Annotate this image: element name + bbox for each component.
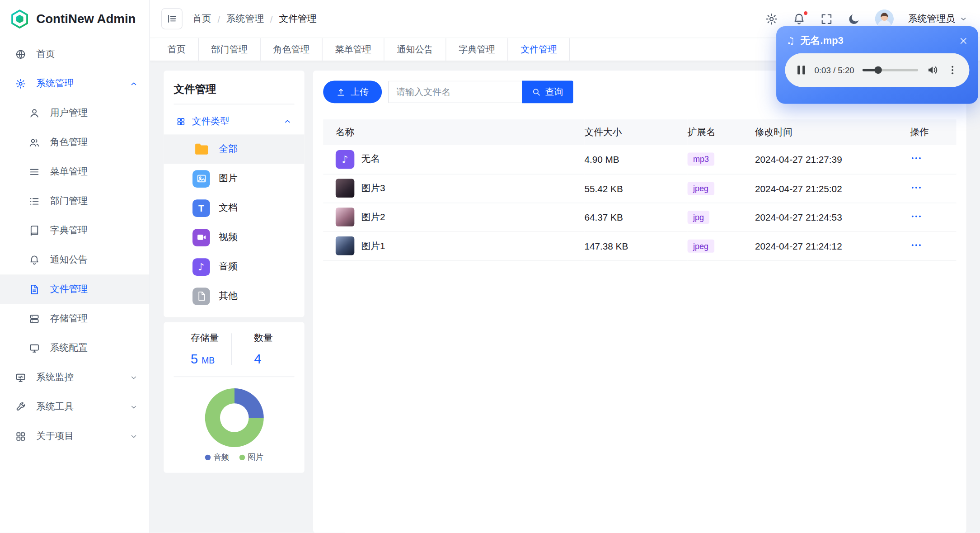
- breadcrumb-item[interactable]: 系统管理: [226, 13, 264, 24]
- breadcrumb: 首页/系统管理/文件管理: [192, 13, 316, 24]
- extension-cell: jpeg: [688, 174, 755, 203]
- app-logo[interactable]: ContiNew Admin: [0, 0, 150, 38]
- sidebar-menu: 首页系统管理用户管理角色管理菜单管理部门管理字典管理通知公告文件管理存储管理系统…: [0, 38, 150, 533]
- users-icon: [29, 137, 40, 148]
- fullscreen-icon[interactable]: [820, 12, 833, 25]
- sidebar: ContiNew Admin 首页系统管理用户管理角色管理菜单管理部门管理字典管…: [0, 0, 150, 533]
- seek-thumb[interactable]: [874, 66, 882, 74]
- file-type-视频[interactable]: 视频: [164, 222, 304, 252]
- breadcrumb-separator: /: [217, 14, 220, 24]
- content: 文件管理 文件类型 全部图片T文档视频♪音频其他 存储量 5: [150, 61, 980, 533]
- desktop-icon: [29, 342, 40, 354]
- table-row[interactable]: 图片1147.38 KBjpeg2024-04-27 21:24:12: [323, 231, 956, 260]
- music-icon: ♪: [192, 258, 210, 276]
- pause-button[interactable]: [796, 64, 806, 75]
- table-row[interactable]: ♪无名4.90 MBmp32024-04-27 21:27:39: [323, 145, 956, 174]
- tab-部门管理[interactable]: 部门管理: [199, 38, 261, 61]
- legend-dot: [239, 455, 244, 460]
- sidebar-item-系统工具[interactable]: 系统工具: [0, 392, 150, 421]
- divider: [174, 377, 295, 377]
- column-header-名称: 名称: [323, 119, 584, 145]
- book-icon: [29, 225, 40, 236]
- sidebar-item-label: 菜单管理: [50, 166, 138, 178]
- sidebar-item-label: 通知公告: [50, 254, 138, 266]
- app-title: ContiNew Admin: [36, 12, 136, 26]
- sidebar-item-label: 文件管理: [50, 283, 138, 295]
- sidebar-item-部门管理[interactable]: 部门管理: [0, 186, 150, 216]
- sidebar-item-存储管理[interactable]: 存储管理: [0, 304, 150, 333]
- seek-slider[interactable]: [863, 69, 918, 71]
- player-close-icon[interactable]: [959, 36, 968, 46]
- user-menu[interactable]: 系统管理员: [908, 13, 967, 24]
- file-icon: [29, 283, 40, 295]
- file-type-音频[interactable]: ♪音频: [164, 252, 304, 281]
- sidebar-item-菜单管理[interactable]: 菜单管理: [0, 157, 150, 186]
- chevron-down-icon: [129, 402, 138, 411]
- file-type-label: 其他: [219, 290, 237, 302]
- extension-cell: jpg: [688, 203, 755, 231]
- collapse-sidebar-button[interactable]: [161, 8, 183, 29]
- row-actions-button[interactable]: [910, 181, 923, 193]
- chart-area: [174, 386, 295, 452]
- row-actions-button[interactable]: [910, 152, 923, 165]
- table-row[interactable]: 图片355.42 KBjpeg2024-04-27 21:25:02: [323, 174, 956, 203]
- legend-item-音频[interactable]: 音频: [205, 452, 229, 463]
- breadcrumb-item[interactable]: 首页: [192, 13, 211, 24]
- sidebar-item-通知公告[interactable]: 通知公告: [0, 245, 150, 274]
- stats-row: 存储量 5 MB 数量 4: [174, 332, 295, 367]
- file-type-tree-root[interactable]: 文件类型: [174, 108, 295, 134]
- file-type-其他[interactable]: 其他: [164, 281, 304, 311]
- file-thumbnail: [336, 236, 354, 255]
- file-type-文档[interactable]: T文档: [164, 193, 304, 222]
- upload-button[interactable]: 上传: [323, 80, 382, 103]
- tab-首页[interactable]: 首页: [155, 38, 199, 61]
- breadcrumb-item[interactable]: 文件管理: [279, 13, 316, 24]
- tab-字典管理[interactable]: 字典管理: [446, 38, 508, 61]
- playback-time: 0:03 / 5:20: [814, 66, 854, 75]
- bell-icon: [29, 254, 40, 265]
- file-thumbnail: [336, 179, 354, 198]
- table-row[interactable]: 图片264.37 KBjpg2024-04-27 21:24:53: [323, 203, 956, 231]
- tab-文件管理[interactable]: 文件管理: [508, 38, 570, 61]
- filename-search-input[interactable]: [388, 80, 522, 103]
- storage-stat: 存储量 5 MB: [174, 332, 231, 367]
- file-type-全部[interactable]: 全部: [164, 134, 304, 164]
- sidebar-item-系统监控[interactable]: 系统监控: [0, 363, 150, 392]
- file-name: 图片2: [361, 211, 385, 223]
- sidebar-item-系统管理[interactable]: 系统管理: [0, 69, 150, 98]
- tab-菜单管理[interactable]: 菜单管理: [323, 38, 384, 61]
- sidebar-item-文件管理[interactable]: 文件管理: [0, 274, 150, 304]
- donut-hole: [220, 403, 249, 432]
- chart-legend: 音频图片: [174, 452, 295, 464]
- sidebar-item-字典管理[interactable]: 字典管理: [0, 216, 150, 245]
- sidebar-item-label: 关于项目: [36, 430, 119, 442]
- row-actions-button[interactable]: [910, 239, 923, 251]
- sidebar-item-label: 用户管理: [50, 107, 138, 119]
- volume-icon[interactable]: [926, 64, 939, 76]
- sidebar-item-系统配置[interactable]: 系统配置: [0, 333, 150, 363]
- query-button[interactable]: 查询: [522, 80, 573, 103]
- moon-icon[interactable]: [848, 12, 861, 25]
- user-icon: [29, 107, 40, 118]
- avatar[interactable]: [875, 9, 894, 28]
- music-note-icon: ♫: [786, 36, 795, 46]
- sidebar-item-用户管理[interactable]: 用户管理: [0, 98, 150, 127]
- count-value: 4: [254, 351, 294, 366]
- tab-通知公告[interactable]: 通知公告: [384, 38, 446, 61]
- legend-item-图片[interactable]: 图片: [239, 452, 263, 463]
- count-stat: 数量 4: [232, 332, 295, 367]
- upload-icon: [336, 87, 346, 97]
- file-type-图片[interactable]: 图片: [164, 164, 304, 193]
- bell-icon[interactable]: [792, 12, 806, 25]
- fileplain-icon: [192, 288, 210, 305]
- row-actions-button[interactable]: [910, 210, 923, 222]
- gear-icon[interactable]: [765, 12, 778, 25]
- sidebar-item-关于项目[interactable]: 关于项目: [0, 421, 150, 451]
- sidebar-item-角色管理[interactable]: 角色管理: [0, 127, 150, 157]
- file-thumbnail: [336, 208, 354, 226]
- sidebar-item-首页[interactable]: 首页: [0, 39, 150, 69]
- tab-角色管理[interactable]: 角色管理: [261, 38, 323, 61]
- tree-icon: [29, 195, 40, 207]
- file-name: 无名: [361, 153, 380, 165]
- player-overflow-menu-icon[interactable]: [947, 64, 958, 75]
